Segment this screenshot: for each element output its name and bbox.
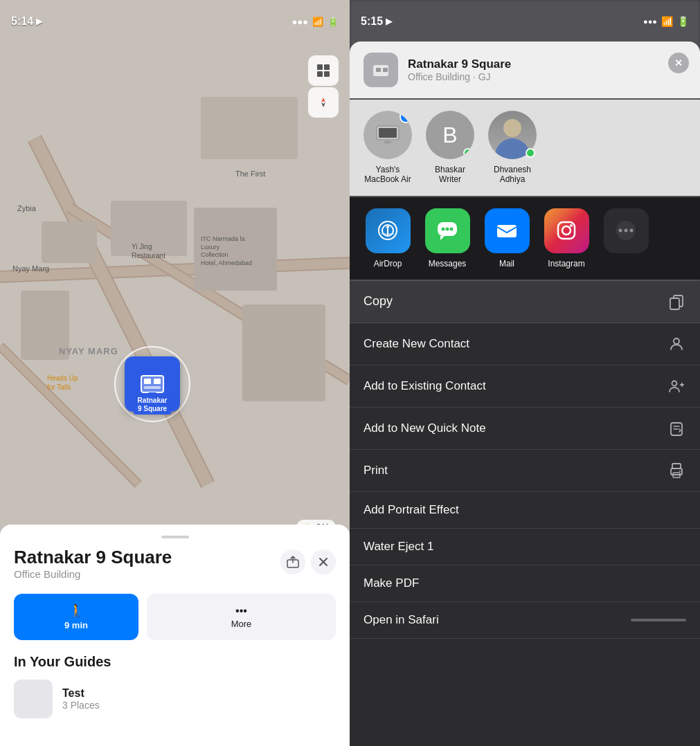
guide-thumbnail [14,680,53,718]
svg-rect-19 [324,71,330,77]
dhvanesh-online-indicator [526,148,535,158]
right-panel: 5:15 ▶ ●●● 📶 🔋 Ratnakar 9 Square Office … [350,0,700,746]
directions-button[interactable]: 🚶 9 min [14,594,138,640]
svg-rect-17 [324,64,330,70]
map-label-thefirst: The First [235,170,265,178]
svg-point-48 [570,224,573,227]
directions-time: 9 min [64,620,88,630]
wifi-icon: 📶 [312,17,323,27]
svg-rect-18 [317,71,323,77]
svg-point-42 [442,228,445,231]
bhaskar-avatar: B [426,111,474,159]
create-contact-icon [667,334,686,354]
status-time-right: 5:15 ▶ [361,15,392,28]
svg-rect-29 [376,68,381,72]
svg-rect-54 [670,298,679,309]
portrait-effect-label: Add Portrait Effect [364,503,459,517]
dhvanesh-avatar-wrapper [488,111,537,159]
water-eject-label: Water Eject 1 [364,540,433,554]
quick-note-action[interactable]: Add to New Quick Note [350,408,700,450]
share-button[interactable] [280,549,305,574]
battery-icon: 🔋 [327,17,339,27]
guides-section-title: In Your Guides [14,654,336,670]
mail-label: Mail [499,259,514,269]
svg-rect-24 [154,379,161,384]
left-panel: 5:14 ▶ ●●● 📶 🔋 The First Zybia Yi [0,0,350,746]
card-subtitle: Office Building [14,568,172,580]
contact-macbook[interactable]: ↑ Yash'sMacBook Air [364,111,412,185]
svg-marker-21 [321,102,325,107]
svg-rect-34 [379,128,397,138]
location-arrow-icon: ▶ [36,17,42,26]
app-messages[interactable]: Messages [423,208,472,269]
more-button[interactable]: ••• More [147,594,336,640]
card-title: Ratnakar 9 Square [14,547,172,568]
copy-action[interactable]: Copy [350,281,700,323]
close-card-button[interactable] [311,549,336,574]
create-contact-action[interactable]: Create New Contact [350,323,700,365]
app-more[interactable] [602,208,650,269]
svg-marker-20 [321,98,325,102]
online-indicator [463,148,473,158]
water-eject-action[interactable]: Water Eject 1 [350,529,700,565]
app-instagram[interactable]: Instagram [542,208,591,269]
share-header: Ratnakar 9 Square Office Building · GJ ✕ [350,42,700,98]
open-safari-action[interactable]: Open in Safari [350,602,700,639]
contact-bhaskar[interactable]: B BhaskarWriter [426,111,474,185]
make-pdf-label: Make PDF [364,576,419,590]
svg-point-44 [450,228,454,231]
apps-row: AirDrop Messages [350,197,700,280]
share-location-name: Ratnakar 9 Square [408,57,511,71]
print-action[interactable]: Print [350,450,700,492]
open-safari-label: Open in Safari [364,613,439,627]
svg-rect-60 [672,464,681,468]
airdrop-label: AirDrop [374,259,402,269]
walk-icon: 🚶 [69,603,84,619]
share-location-subtitle: Office Building · GJ [408,71,511,82]
instagram-label: Instagram [548,259,584,269]
battery-right-icon: 🔋 [677,16,689,27]
pin-label: Ratnakar9 Square [134,395,172,415]
svg-rect-23 [144,379,151,384]
print-label: Print [364,464,388,477]
share-sheet: Ratnakar 9 Square Office Building · GJ ✕ [350,42,700,746]
instagram-icon [544,208,589,253]
pin-marker: Ratnakar9 Square [125,356,180,412]
svg-rect-22 [141,376,163,392]
airdrop-icon [366,208,411,253]
svg-point-47 [562,226,571,235]
make-pdf-action[interactable]: Make PDF [350,565,700,602]
contact-dhvanesh-name: DhvaneshAdhiya [494,165,531,185]
svg-point-50 [619,229,622,233]
svg-point-55 [674,338,679,344]
contact-dhvanesh[interactable]: DhvaneshAdhiya [488,111,537,185]
quick-note-label: Add to New Quick Note [364,421,486,435]
more-dots-icon: ••• [235,605,247,617]
guide-item[interactable]: Test 3 Places [14,680,336,718]
location-arrow-right-icon: ▶ [386,17,392,26]
copy-label: Copy [364,294,393,309]
share-close-button[interactable]: ✕ [668,53,689,73]
app-mail[interactable]: Mail [483,208,531,269]
copy-icon [667,292,686,311]
location-pin[interactable]: Ratnakar9 Square [152,384,180,412]
add-contact-icon [667,376,686,396]
messages-icon [425,208,470,253]
airdrop-contacts-row: ↑ Yash'sMacBook Air B BhaskarWriter [350,100,700,196]
map-type-button[interactable] [308,55,339,86]
macbook-avatar: ↑ [364,111,412,159]
compass-button[interactable] [308,87,339,118]
portrait-effect-action[interactable]: Add Portrait Effect [350,492,700,529]
quick-note-icon [667,419,686,438]
map-label-yijing: Yi JingRestaurant [132,242,165,260]
svg-point-52 [630,229,634,233]
contact-bhaskar-name: BhaskarWriter [435,165,465,185]
add-existing-contact-action[interactable]: Add to Existing Contact [350,365,700,408]
svg-point-56 [672,381,677,385]
map-controls [308,55,339,118]
app-airdrop[interactable]: AirDrop [364,208,412,269]
more-apps-icon [604,208,649,253]
map-label-nyay-marg-big: NYAY MARG [59,346,118,356]
create-contact-label: Create New Contact [364,337,469,351]
signal-right-icon: ●●● [643,17,657,26]
